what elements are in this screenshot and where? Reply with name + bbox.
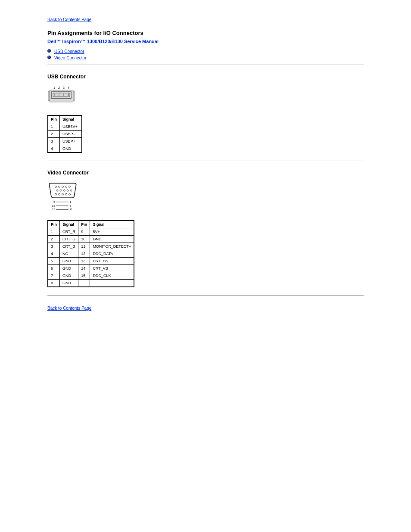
svg-text:4: 4: [68, 86, 69, 89]
table-row: 2 CRT_G 10 GND: [48, 236, 134, 243]
svg-text:15: 15: [52, 208, 55, 211]
table-row: 4 NC 12 DDC_DATA: [48, 250, 134, 258]
video-th-pin-1: Pin: [48, 221, 60, 228]
video-th-pin-2: Pin: [78, 221, 90, 228]
svg-text:3: 3: [63, 86, 65, 89]
svg-point-18: [56, 190, 58, 191]
svg-rect-11: [48, 91, 50, 101]
svg-text:10: 10: [52, 204, 55, 207]
usb-section-heading: USB Connector: [47, 74, 364, 80]
svg-point-13: [55, 186, 57, 187]
page-subtitle: Dell™ Inspiron™ 1300/B120/B130 Service M…: [47, 39, 364, 44]
usb-pinout-table: Pin Signal 1 USB5V+ 2 USBP– 3 USBP+ 4 GN…: [47, 115, 82, 153]
svg-point-22: [70, 190, 72, 191]
table-row: 2 USBP–: [48, 131, 82, 138]
svg-point-21: [67, 190, 68, 191]
usb-th-signal: Signal: [60, 115, 82, 123]
svg-point-26: [65, 193, 67, 195]
svg-point-19: [60, 190, 62, 191]
svg-text:1: 1: [53, 86, 55, 89]
usb-connector-link[interactable]: USB Connector: [54, 49, 84, 54]
divider: [47, 65, 364, 65]
table-row: 7 GND 15 DDC_CLK: [48, 272, 134, 280]
video-connector-link[interactable]: Video Connector: [54, 56, 86, 60]
svg-point-24: [59, 193, 60, 195]
back-to-contents-link-top[interactable]: Back to Contents Page: [47, 17, 91, 22]
svg-text:5: 5: [53, 200, 55, 203]
video-pinout-table: Pin Signal Pin Signal 1 CRT_R 9 5V+ 2 CR…: [47, 220, 134, 287]
table-row: 6 GND 14 CRT_VS: [48, 265, 134, 272]
usb-th-pin: Pin: [48, 115, 60, 123]
svg-rect-12: [73, 91, 75, 101]
section-links-list: USB Connector Video Connector: [47, 48, 364, 61]
svg-text:6: 6: [70, 204, 72, 207]
divider: [47, 295, 364, 296]
svg-point-14: [59, 186, 60, 187]
table-row: 1 CRT_R 9 5V+: [48, 228, 134, 236]
video-th-signal-1: Signal: [60, 221, 78, 228]
table-row: 3 CRT_B 11 MONITOR_DETECT–: [48, 243, 134, 250]
svg-text:2: 2: [58, 86, 60, 89]
page-title: Pin Assignments for I/O Connectors: [47, 30, 364, 36]
table-row: 8 GND: [48, 280, 134, 287]
table-row: 3 USBP+: [48, 138, 82, 145]
table-row: 1 USB5V+: [48, 123, 82, 131]
svg-point-17: [69, 186, 71, 187]
table-row: 4 GND: [48, 145, 82, 153]
svg-point-27: [69, 193, 71, 195]
svg-point-15: [62, 186, 64, 187]
usb-connector-diagram: 1 2 3 4: [47, 85, 364, 107]
video-th-signal-2: Signal: [90, 221, 134, 228]
video-connector-diagram: 5 1 10 6 15 11: [47, 181, 364, 212]
svg-point-25: [62, 193, 64, 195]
video-section-heading: Video Connector: [47, 170, 364, 176]
svg-point-20: [63, 190, 65, 191]
svg-text:11: 11: [70, 208, 73, 211]
back-to-contents-link-bottom[interactable]: Back to Contents Page: [47, 306, 91, 311]
svg-text:1: 1: [70, 200, 72, 203]
divider: [47, 161, 364, 161]
svg-point-16: [65, 186, 67, 187]
table-row: 5 GND 13 CRT_HS: [48, 258, 134, 265]
svg-point-23: [55, 193, 57, 195]
